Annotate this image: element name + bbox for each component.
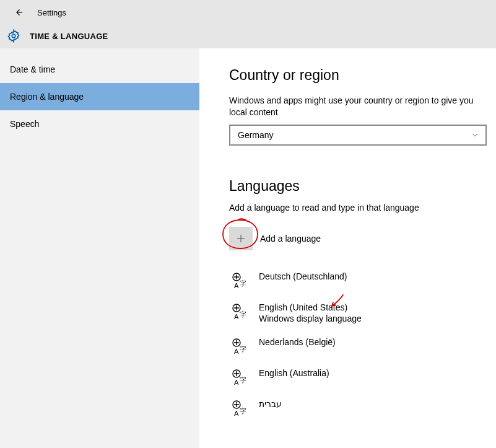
language-item-deutsch[interactable]: A字 Deutsch (Deutschland): [229, 265, 496, 296]
languages-desc: Add a language to read and type in that …: [229, 202, 483, 214]
app-title: Settings: [37, 8, 66, 17]
plus-icon: [235, 233, 246, 244]
sidebar-item-date-time[interactable]: Date & time: [0, 56, 199, 83]
header-top: Settings: [0, 0, 496, 20]
arrow-left-icon: [13, 7, 24, 18]
svg-text:字: 字: [240, 279, 246, 287]
svg-point-0: [12, 34, 15, 38]
languages-heading: Languages: [229, 178, 496, 195]
app-header: Settings TIME & LANGUAGE: [0, 0, 496, 48]
language-icon: A字: [229, 338, 249, 355]
svg-text:字: 字: [240, 407, 246, 415]
country-heading: Country or region: [229, 67, 496, 84]
plus-tile: [229, 227, 253, 250]
svg-text:字: 字: [240, 310, 246, 318]
add-language-label: Add a language: [260, 234, 321, 244]
svg-text:A: A: [234, 348, 239, 355]
sidebar-item-label: Speech: [10, 119, 39, 129]
main-layout: Date & time Region & language Speech Cou…: [0, 48, 496, 448]
language-icon: A字: [229, 272, 249, 289]
section-header: TIME & LANGUAGE: [0, 20, 496, 47]
svg-text:A: A: [234, 313, 239, 320]
svg-text:A: A: [234, 282, 239, 289]
country-value: Germany: [238, 130, 274, 140]
back-button[interactable]: [11, 5, 26, 20]
country-select[interactable]: Germany: [229, 125, 487, 146]
section-name: TIME & LANGUAGE: [30, 32, 108, 41]
sidebar-item-speech[interactable]: Speech: [0, 110, 199, 138]
sidebar-item-label: Region & language: [10, 92, 84, 102]
country-desc: Windows and apps might use your country …: [229, 95, 483, 118]
language-name: Nederlands (België): [259, 336, 336, 348]
language-name: Deutsch (Deutschland): [259, 271, 347, 282]
sidebar-item-label: Date & time: [10, 64, 55, 74]
language-item-nederlands[interactable]: A字 Nederlands (België): [229, 330, 496, 361]
sidebar: Date & time Region & language Speech: [0, 48, 199, 448]
language-name: English (Australia): [259, 367, 329, 379]
language-icon: A字: [229, 303, 249, 320]
language-item-english-us[interactable]: A字 English (United States) Windows displ…: [229, 296, 496, 330]
svg-text:A: A: [234, 410, 239, 417]
language-icon: A字: [229, 400, 249, 417]
language-list: Add a language A字 Deutsch (Deutschland) …: [229, 225, 496, 423]
chevron-down-icon: [471, 131, 479, 139]
language-name: עברית: [259, 398, 282, 410]
svg-text:字: 字: [240, 345, 246, 353]
language-item-hebrew[interactable]: A字 עברית: [229, 392, 496, 423]
svg-text:A: A: [234, 379, 239, 386]
language-icon: A字: [229, 369, 249, 386]
language-sub: Windows display language: [259, 313, 362, 324]
svg-text:字: 字: [240, 376, 246, 384]
add-language-button[interactable]: Add a language: [229, 225, 496, 252]
sidebar-item-region-language[interactable]: Region & language: [0, 83, 199, 110]
language-item-english-au[interactable]: A字 English (Australia): [229, 361, 496, 392]
language-name: English (United States): [259, 302, 362, 313]
content-pane: Country or region Windows and apps might…: [199, 48, 496, 448]
gear-icon: [6, 29, 21, 43]
